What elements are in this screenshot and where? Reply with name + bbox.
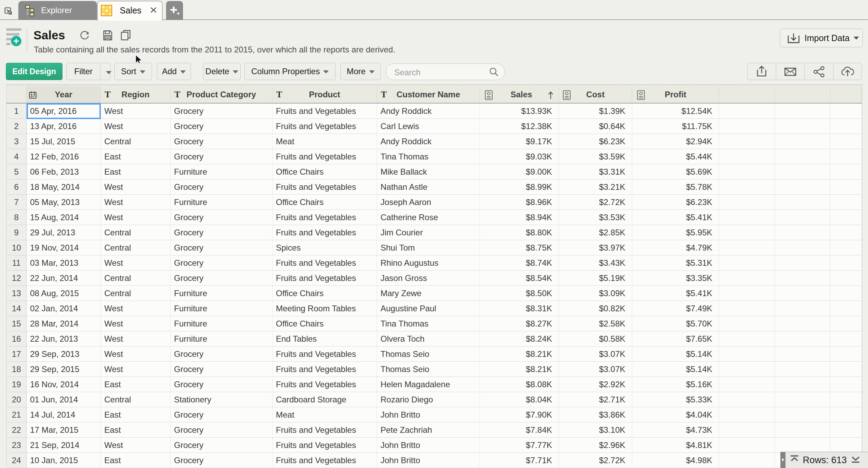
- svg-text:17: 17: [30, 93, 35, 98]
